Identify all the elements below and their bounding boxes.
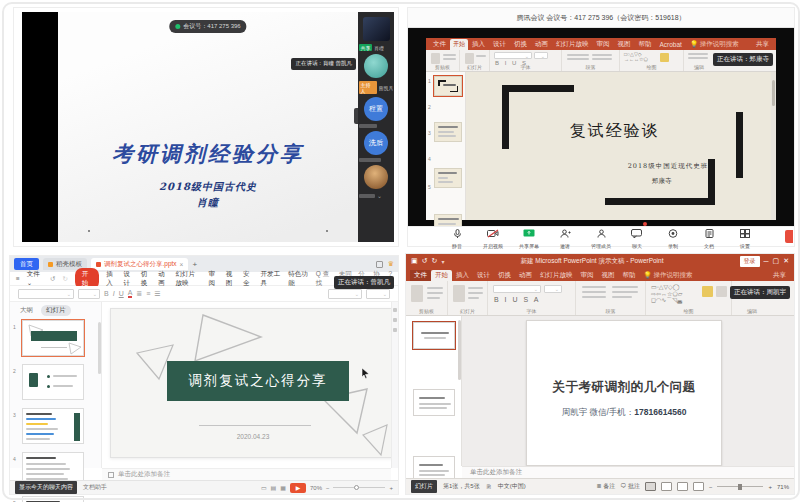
zoom-level[interactable]: 70% (310, 485, 322, 491)
slide-title[interactable]: 复试经验谈 (570, 121, 660, 142)
slideshow-button[interactable] (693, 482, 704, 491)
toolbar-record[interactable]: 录制 (658, 224, 688, 249)
tab-slideshow[interactable]: 幻灯片放映 (536, 270, 577, 281)
slide-canvas[interactable]: 调剂复试之心得分享 2020.04.23 (110, 308, 396, 458)
share-button[interactable]: 共享 (752, 39, 773, 50)
participant-avatar[interactable] (364, 54, 388, 78)
undo-icon[interactable]: ↺ (422, 257, 428, 265)
font-style-buttons[interactable]: B I U S A (494, 296, 540, 303)
font-size-select[interactable]: ⌄ (534, 52, 548, 59)
share-button[interactable]: 共享 (769, 270, 790, 281)
menu-transition[interactable]: 切换 (141, 270, 151, 288)
tell-me-search[interactable]: 💡 操作说明搜索 (686, 39, 743, 50)
slideshow-play-button[interactable]: ▶ (290, 483, 306, 493)
slide-thumb-2[interactable] (22, 364, 84, 400)
menu-slideshow[interactable]: 幻灯片放映 (176, 270, 202, 288)
menu-view[interactable]: 视图 (226, 270, 236, 288)
quickaccess-chevron-icon[interactable]: ▾ (441, 258, 444, 265)
hamburger-icon[interactable]: ≡ (16, 275, 20, 282)
tell-me-search[interactable]: 💡 操作说明搜索 (640, 270, 697, 281)
italic-button[interactable]: I (113, 290, 115, 297)
panel-collapse-handle[interactable] (354, 108, 358, 124)
zoom-slider-knob[interactable] (354, 485, 359, 490)
file-tab[interactable]: 调剂复试之心得分享.pptx× (91, 258, 188, 270)
toolbar-settings[interactable]: 设置 (730, 224, 760, 249)
rail-icon[interactable] (393, 308, 397, 312)
tab-insert[interactable]: 插入 (452, 270, 473, 281)
zoom-slider-knob[interactable] (738, 484, 742, 490)
toolbar-mute[interactable]: 静音 (442, 224, 472, 249)
close-icon[interactable]: × (180, 261, 184, 268)
zoom-out-button[interactable]: − (326, 485, 330, 491)
chevron-down-icon[interactable]: ⌄ (377, 192, 382, 199)
slide-thumb-2[interactable] (434, 122, 462, 142)
font-color-button[interactable]: A (128, 289, 133, 298)
notes-toggle[interactable]: ≣ 备注 (597, 482, 616, 491)
menu-insert[interactable]: 插入 (106, 270, 116, 288)
zoom-out-button[interactable]: − (709, 484, 713, 490)
toolbar-members[interactable]: 管理成员 (586, 224, 616, 249)
slide-sorter-icon[interactable]: ▤ (271, 484, 277, 491)
bullets-button[interactable] (582, 286, 606, 288)
new-tab-button[interactable]: + (192, 260, 197, 269)
toolbar-docs[interactable]: 文档 (694, 224, 724, 249)
slide-canvas[interactable]: 复试经验谈 2018级中国近现代史班 郑康寺 (466, 72, 771, 220)
align-left-icon[interactable]: ≣ (136, 290, 142, 298)
slide-sorter-button[interactable] (661, 482, 672, 491)
file-menu[interactable]: 文件 ⌄ (27, 270, 43, 287)
sign-in-button[interactable]: 登录 (740, 256, 760, 267)
paste-button[interactable] (411, 285, 423, 302)
home-button[interactable]: 首页 (14, 258, 39, 270)
save-icon[interactable]: ▣ (411, 257, 418, 265)
normal-view-button[interactable] (645, 482, 656, 491)
tab-transitions[interactable]: 切换 (510, 39, 531, 50)
scroll-thumb[interactable] (772, 80, 775, 106)
font-name-select[interactable]: ⌄ (18, 289, 74, 299)
menu-devtools[interactable]: 开发工具 (260, 270, 281, 288)
apps-grid-icon[interactable] (376, 261, 383, 268)
align-center-icon[interactable]: ≡ (146, 290, 150, 297)
menu-design[interactable]: 设计 (124, 270, 134, 288)
participant-footer-row[interactable]: ⌄ (359, 192, 393, 199)
bold-button[interactable]: B (104, 290, 109, 297)
tab-insert[interactable]: 插入 (468, 39, 489, 50)
tab-home[interactable]: 开始 (450, 39, 468, 50)
font-name-select[interactable]: ⌄ (494, 52, 532, 59)
toolbar-chat[interactable]: 聊天 (622, 224, 652, 249)
align-buttons[interactable] (582, 296, 606, 298)
tab-design[interactable]: 设计 (473, 270, 494, 281)
font-size-select[interactable]: ⌄ (544, 285, 562, 293)
tab-home[interactable]: 开始 (431, 270, 452, 281)
toolbar-camera[interactable]: 开启视频 (478, 224, 508, 249)
slide-thumb-3[interactable] (434, 168, 462, 188)
slide-subtitle[interactable]: 2018级中国近现代史班 (628, 162, 709, 171)
slide-thumb-1[interactable] (434, 76, 462, 96)
redo-icon[interactable]: ↻ (432, 257, 438, 265)
tab-help[interactable]: 帮助 (635, 39, 656, 50)
slide-date[interactable]: 2020.04.23 (237, 433, 270, 440)
tab-slideshow[interactable]: 幻灯片放映 (552, 39, 593, 50)
find-button[interactable]: Q 查找 (316, 270, 332, 288)
slide-indicator-chip[interactable]: 幻灯片 (411, 480, 437, 493)
participant-avatar[interactable]: 洗后 (364, 131, 388, 155)
slide-title-box[interactable]: 调剂复试之心得分享 (167, 361, 349, 401)
comments-toggle[interactable]: 🗨 批注 (620, 482, 640, 491)
toolbar-share-screen[interactable]: 共享屏幕 (514, 224, 544, 249)
new-slide-button[interactable] (465, 53, 474, 64)
menu-review[interactable]: 审阅 (208, 270, 218, 288)
slide-thumb-2[interactable] (413, 389, 455, 416)
zoom-in-button[interactable]: + (768, 484, 772, 490)
zoom-level[interactable]: 71% (777, 484, 789, 490)
slide-canvas[interactable]: 关于考研调剂的几个问题 周凯宇 微信/手机：17816614560 (526, 320, 722, 466)
slide-thumb-1[interactable] (22, 320, 84, 356)
shapes-gallery[interactable]: ▭◦△▽◇◯⇨⇦↔☆⬠▱◻◠∿⌒◹◛ (651, 284, 683, 304)
tab-acrobat[interactable]: Acrobat (656, 40, 686, 49)
tab-review[interactable]: 审阅 (593, 39, 614, 50)
tab-view[interactable]: 视图 (614, 39, 635, 50)
slide-author[interactable]: 郑康寺 (652, 177, 672, 186)
reading-view-button[interactable] (677, 482, 688, 491)
reading-view-icon[interactable]: ▦ (280, 484, 286, 491)
slide-title[interactable]: 关于考研调剂的几个问题 (553, 379, 696, 396)
end-share-button[interactable] (785, 230, 793, 243)
slide-thumb-5[interactable] (22, 496, 84, 502)
